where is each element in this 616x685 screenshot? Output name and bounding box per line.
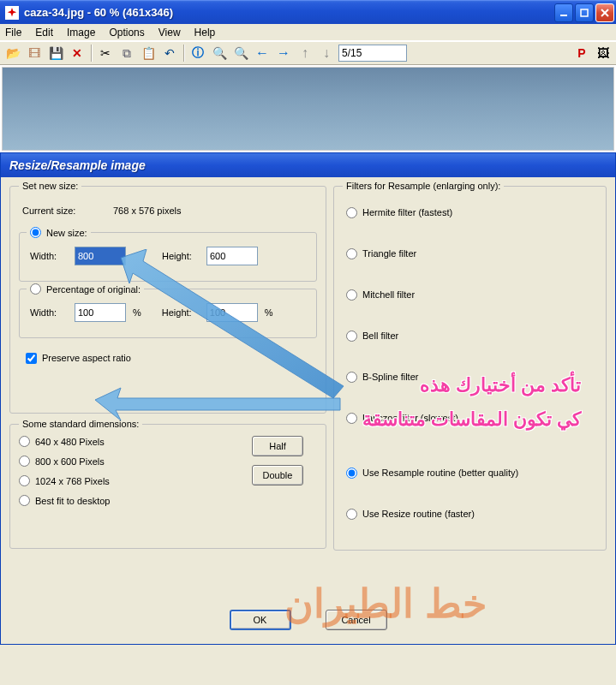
preserve-aspect-checkbox[interactable] <box>26 353 37 364</box>
filter-lanczos-label: Lanczos filter (slowest) <box>362 413 458 423</box>
zoom-in-icon: 🔍 <box>212 46 227 60</box>
maximize-button[interactable] <box>575 3 594 22</box>
undo-icon: ↶ <box>164 46 175 60</box>
thumbnail-button[interactable]: 🖼 <box>594 44 613 63</box>
info-button[interactable]: ⓘ <box>188 44 207 63</box>
copy-button[interactable]: ⧉ <box>117 44 136 63</box>
maximize-icon <box>580 9 589 17</box>
menu-help[interactable]: Help <box>194 27 216 39</box>
ok-button[interactable]: OK <box>230 610 291 630</box>
new-size-radio[interactable] <box>30 227 41 238</box>
toolbar-sep <box>91 45 92 62</box>
preserve-aspect-label: Preserve aspect ratio <box>42 353 131 363</box>
std-bestfit-radio[interactable] <box>19 495 30 506</box>
pct-sym: % <box>265 307 273 318</box>
menu-bar: File Edit Image Options View Help <box>0 24 616 41</box>
double-button[interactable]: Double <box>252 465 303 485</box>
down-button[interactable]: ↓ <box>317 44 336 63</box>
set-new-size-group: Set new size: Current size: 768 x 576 pi… <box>9 181 326 414</box>
paste-button[interactable]: 📋 <box>139 44 158 63</box>
scissors-icon: ✂ <box>100 46 111 60</box>
image-counter-input[interactable] <box>338 45 407 62</box>
film-icon: 🎞 <box>28 46 40 60</box>
std-640-label: 640 x 480 Pixels <box>35 437 105 447</box>
filter-triangle-label: Triangle filter <box>362 248 416 259</box>
pct-height-input[interactable] <box>206 303 258 322</box>
arrow-down-icon: ↓ <box>323 45 330 61</box>
filter-bspline-label: B-Spline filter <box>362 372 418 382</box>
info-icon: ⓘ <box>192 45 204 61</box>
routine-resample-radio[interactable] <box>346 468 357 479</box>
filter-bspline-radio[interactable] <box>346 372 357 383</box>
width-label: Width: <box>30 251 69 261</box>
menu-edit[interactable]: Edit <box>35 27 53 39</box>
next-button[interactable]: → <box>274 44 293 63</box>
image-viewport <box>0 65 616 152</box>
std-bestfit-label: Best fit to desktop <box>35 496 110 506</box>
filter-bell-radio[interactable] <box>346 331 357 342</box>
pct-sym: % <box>133 307 141 318</box>
cut-button[interactable]: ✂ <box>96 44 115 63</box>
routine-resample-label: Use Resample routine (better quality) <box>362 468 518 478</box>
close-icon <box>601 9 609 17</box>
std-800-label: 800 x 600 Pixels <box>35 456 105 467</box>
folder-open-icon: 📂 <box>6 46 21 60</box>
undo-button[interactable]: ↶ <box>160 44 179 63</box>
menu-view[interactable]: View <box>158 27 181 39</box>
filters-group: Filters for Resample (enlarging only): H… <box>333 181 607 551</box>
arrow-up-icon: ↑ <box>302 45 308 61</box>
minimize-icon <box>559 9 568 17</box>
filter-lanczos-radio[interactable] <box>346 413 357 424</box>
current-size-value: 768 x 576 pixels <box>113 206 182 216</box>
copy-icon: ⧉ <box>123 46 131 61</box>
open-button[interactable]: 📂 <box>3 44 22 63</box>
percentage-label: Percentage of original: <box>46 284 141 295</box>
p-button[interactable]: P <box>572 44 591 63</box>
app-icon <box>5 6 19 20</box>
pct-width-label: Width: <box>30 307 69 318</box>
new-size-group: New size: Width: Height: <box>19 232 317 282</box>
height-input[interactable] <box>206 247 258 265</box>
filter-mitchell-radio[interactable] <box>346 289 357 301</box>
slideshow-button[interactable]: 🎞 <box>25 44 44 63</box>
filter-bell-label: Bell filter <box>362 331 398 341</box>
svg-rect-1 <box>581 9 588 16</box>
cancel-button[interactable]: Cancel <box>326 610 387 630</box>
up-button[interactable]: ↑ <box>296 44 314 63</box>
menu-file[interactable]: File <box>5 27 21 39</box>
arrow-right-icon: → <box>277 45 290 61</box>
standard-dimensions-group: Some standard dimensions: 640 x 480 Pixe… <box>9 419 326 549</box>
std-800-radio[interactable] <box>19 456 30 467</box>
pct-width-input[interactable] <box>75 303 126 322</box>
std-1024-radio[interactable] <box>19 475 30 486</box>
zoom-in-button[interactable]: 🔍 <box>210 44 229 63</box>
window-title: caza-34.jpg - 60 % (461x346) <box>24 6 554 19</box>
picture-icon: 🖼 <box>597 46 609 60</box>
paste-icon: 📋 <box>141 46 156 60</box>
floppy-icon: 💾 <box>49 46 63 60</box>
filter-hermite-radio[interactable] <box>346 207 357 218</box>
minimize-button[interactable] <box>554 3 573 22</box>
menu-options[interactable]: Options <box>109 27 144 39</box>
height-label: Height: <box>162 251 201 261</box>
save-button[interactable]: 💾 <box>46 44 65 63</box>
routine-resize-label: Use Resize routine (faster) <box>362 509 475 519</box>
routine-resize-radio[interactable] <box>346 509 357 520</box>
toolbar-sep <box>183 45 184 62</box>
delete-button[interactable]: ✕ <box>68 44 87 63</box>
image-content <box>2 67 614 151</box>
resize-dialog: Resize/Resample image Set new size: Curr… <box>0 152 616 645</box>
delete-icon: ✕ <box>72 46 82 60</box>
filters-legend: Filters for Resample (enlarging only): <box>343 181 504 191</box>
zoom-out-button[interactable]: 🔍 <box>231 44 250 63</box>
percentage-radio[interactable] <box>30 283 41 295</box>
menu-image[interactable]: Image <box>67 27 95 39</box>
filter-triangle-radio[interactable] <box>346 248 357 259</box>
set-new-size-legend: Set new size: <box>19 181 81 191</box>
zoom-out-icon: 🔍 <box>234 46 248 60</box>
close-button[interactable] <box>595 3 614 22</box>
half-button[interactable]: Half <box>252 436 303 456</box>
std-640-radio[interactable] <box>19 436 30 447</box>
width-input[interactable] <box>75 247 126 265</box>
prev-button[interactable]: ← <box>253 44 272 63</box>
